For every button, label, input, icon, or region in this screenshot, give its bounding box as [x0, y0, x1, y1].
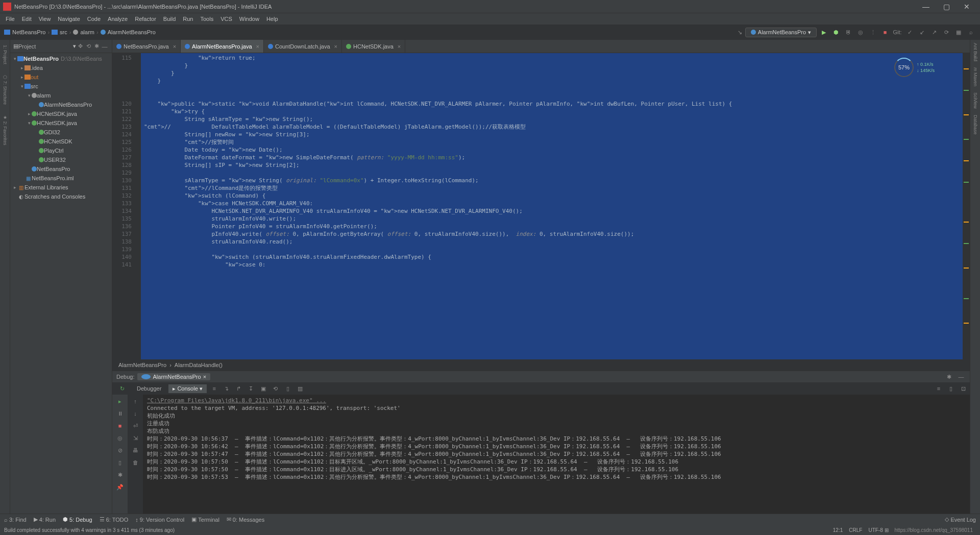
fold-gutter[interactable]	[135, 53, 141, 359]
mute-breakpoints-button[interactable]: ⊘	[115, 446, 125, 455]
tree-iml[interactable]: ▦ NetBeansPro.iml	[10, 174, 112, 183]
frame-icon[interactable]: ▯	[283, 385, 292, 392]
tree-hcjava[interactable]: ▸ HCNetSDK.java	[10, 109, 112, 118]
menu-run[interactable]: Run	[179, 16, 197, 22]
menu-navigate[interactable]: Navigate	[54, 16, 83, 22]
tab-console[interactable]: ▸ Console ▾	[168, 384, 206, 393]
sciview-tool-button[interactable]: SciView	[973, 89, 978, 112]
menu-view[interactable]: View	[35, 16, 55, 22]
find-tool-button[interactable]: ⌕ 3: Find	[4, 517, 27, 523]
tree-gdi[interactable]: GDI32	[10, 128, 112, 137]
layout-icon[interactable]: ▥	[296, 385, 305, 392]
scroll-to-end-icon[interactable]: ▯	[946, 385, 955, 392]
maximize-button[interactable]: ▢	[936, 3, 957, 11]
line-gutter[interactable]: 115 120121122123124125126127128129130131…	[112, 53, 135, 359]
console-output[interactable]: "C:\Program Files\Java\jdk1.8.0_211\bin\…	[143, 395, 970, 514]
step-out-icon[interactable]: ↱	[234, 385, 243, 392]
close-tab-icon[interactable]: ×	[334, 43, 337, 50]
code-area[interactable]: "kw">return true; } } } "kw">public "kw"…	[141, 53, 963, 359]
run-tool-button[interactable]: ▶ 4: Run	[34, 516, 56, 523]
debug-tool-button[interactable]: ⬢ 5: Debug	[63, 516, 92, 523]
hammer-icon[interactable]: ↘	[735, 27, 745, 37]
tree-idea[interactable]: ▸ .idea	[10, 63, 112, 72]
close-icon[interactable]: ×	[203, 374, 206, 380]
up-stack-icon[interactable]: ↑	[131, 397, 140, 406]
coverage-button[interactable]: ⛨	[843, 27, 853, 37]
ide-settings-button[interactable]: ▦	[953, 27, 964, 37]
tree-play[interactable]: PlayCtrl	[10, 146, 112, 155]
tree-extlibs[interactable]: ▸▥ External Libraries	[10, 183, 112, 192]
file-encoding[interactable]: UTF-8 ⊞	[865, 527, 891, 533]
structure-tool-button[interactable]: ⬡ 7: Structure	[3, 69, 8, 110]
tree-alarmnb[interactable]: AlarmNetBeansPro	[10, 100, 112, 109]
soft-wrap-toggle[interactable]: ⏎	[131, 421, 140, 430]
settings-button[interactable]: ✱	[115, 470, 125, 479]
run-config-dropdown[interactable]: AlarmNetBeansPro ▾	[745, 28, 817, 37]
resume-button[interactable]: ▸	[115, 397, 125, 406]
restore-layout-button[interactable]: ▯	[115, 458, 125, 467]
tab-debugger[interactable]: Debugger	[133, 384, 165, 393]
tab-countdownlatch[interactable]: CountDownLatch.java×	[264, 40, 342, 53]
crumb-method[interactable]: AlarmDataHandle()	[175, 362, 223, 368]
stop-debug-button[interactable]: ■	[115, 421, 125, 430]
vcs-push-button[interactable]: ↗	[929, 27, 939, 37]
crumb-src[interactable]: src	[60, 29, 67, 35]
clear-button[interactable]: 🗑	[131, 458, 140, 467]
crumb-pkg[interactable]: alarm	[80, 29, 94, 35]
view-breakpoints-button[interactable]: ◎	[115, 433, 125, 443]
evaluate-icon[interactable]: ⟲	[271, 385, 280, 392]
tree-nbp[interactable]: NetBeansPro	[10, 164, 112, 174]
project-tree[interactable]: ▾ NetBeansProD:\3.0\NetBeans ▸ .idea ▸ o…	[10, 53, 112, 514]
cursor-position[interactable]: 12:1	[830, 527, 846, 533]
ant-tool-button[interactable]: Ant Build	[973, 40, 978, 64]
close-tab-icon[interactable]: ×	[173, 43, 176, 50]
gear-icon[interactable]: ✱	[92, 43, 101, 50]
todo-tool-button[interactable]: ☰ 6: TODO	[100, 516, 129, 523]
search-everywhere-button[interactable]: ⌕	[966, 27, 976, 37]
crumb-class[interactable]: AlarmNetBeansPro	[108, 29, 156, 35]
select-opened-file-icon[interactable]: ✥	[76, 43, 84, 50]
menu-help[interactable]: Help	[263, 16, 282, 22]
profile-button[interactable]: ◎	[855, 27, 866, 37]
hide-icon[interactable]: —	[101, 43, 109, 50]
line-separator[interactable]: CRLF	[846, 527, 865, 533]
menu-vcs[interactable]: VCS	[217, 16, 236, 22]
project-panel-title[interactable]: Project	[18, 43, 73, 50]
tree-root[interactable]: ▾ NetBeansProD:\3.0\NetBeans	[10, 54, 112, 63]
tab-alarmnetbeanspro[interactable]: AlarmNetBeansPro.java×	[181, 40, 264, 53]
pause-button[interactable]: ⏸	[115, 409, 125, 418]
tree-alarm[interactable]: ▾ alarm	[10, 91, 112, 100]
attach-button[interactable]: ⋮	[868, 27, 878, 37]
soft-wrap-icon[interactable]: ≡	[934, 385, 943, 392]
close-button[interactable]: ✕	[957, 3, 977, 11]
vcs-tool-button[interactable]: ↕ 9: Version Control	[135, 517, 184, 523]
close-tab-icon[interactable]: ×	[256, 43, 259, 50]
gear-icon[interactable]: ✱	[944, 374, 953, 380]
step-into-icon[interactable]: ↴	[222, 385, 231, 392]
vcs-update-button[interactable]: ✓	[904, 27, 915, 37]
print-button[interactable]: 🖶	[131, 446, 140, 455]
database-tool-button[interactable]: Database	[973, 112, 978, 138]
menu-refactor[interactable]: Refactor	[131, 16, 160, 22]
messages-tool-button[interactable]: ✉ 0: Messages	[227, 516, 264, 523]
menu-build[interactable]: Build	[160, 16, 179, 22]
expand-all-icon[interactable]: ⟲	[84, 43, 92, 50]
run-to-cursor-icon[interactable]: ▣	[259, 385, 268, 392]
crumb-project[interactable]: NetBeansPro	[12, 29, 45, 35]
step-force-icon[interactable]: ↧	[247, 385, 256, 392]
debug-button[interactable]: ⬢	[831, 27, 841, 37]
minimize-button[interactable]: —	[916, 3, 936, 11]
tree-src[interactable]: ▾ src	[10, 82, 112, 91]
menu-file[interactable]: File	[2, 16, 18, 22]
print-icon[interactable]: ⊡	[959, 385, 968, 392]
rerun-button[interactable]: ↻	[114, 385, 130, 392]
tree-hcjava2[interactable]: ▾ HCNetSDK.java	[10, 118, 112, 128]
editor-body[interactable]: 115 120121122123124125126127128129130131…	[112, 53, 970, 359]
stop-button[interactable]: ■	[880, 27, 890, 37]
tree-user32[interactable]: USER32	[10, 155, 112, 164]
editor-breadcrumb[interactable]: AlarmNetBeansPro › AlarmDataHandle()	[112, 359, 970, 371]
breadcrumb[interactable]: NetBeansPro › src › alarm › AlarmNetBean…	[4, 29, 156, 35]
run-button[interactable]: ▶	[819, 27, 829, 37]
event-log-button[interactable]: ◇ Event Log	[945, 516, 976, 523]
tab-netbeanspro[interactable]: NetBeansPro.java×	[112, 40, 181, 53]
